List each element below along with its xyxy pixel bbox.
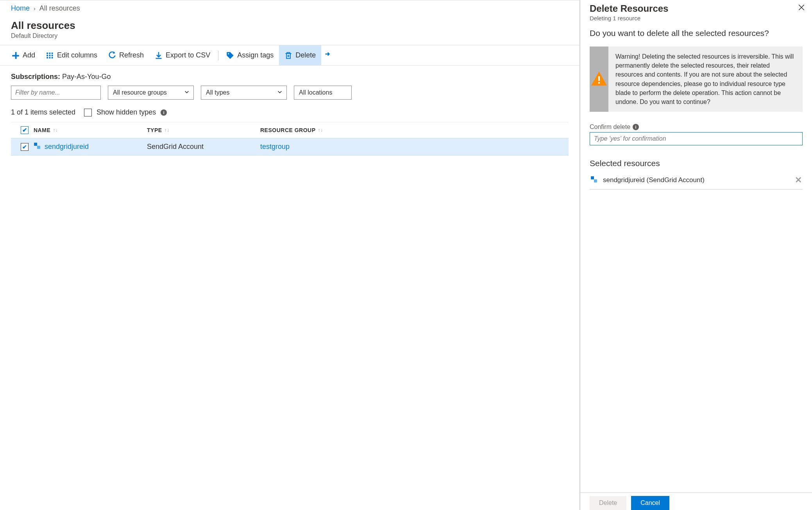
chevron-down-icon bbox=[184, 89, 190, 96]
sort-icon: ↑↓ bbox=[53, 127, 58, 133]
resource-groups-value: All resource groups bbox=[113, 89, 167, 96]
page-title: All resources bbox=[11, 20, 569, 32]
remove-resource-icon[interactable]: ✕ bbox=[795, 175, 802, 185]
close-icon[interactable] bbox=[798, 4, 805, 13]
svg-rect-9 bbox=[52, 55, 53, 56]
tag-icon bbox=[226, 52, 234, 59]
types-value: All types bbox=[206, 89, 229, 96]
column-name[interactable]: NAME↑↓ bbox=[34, 127, 147, 133]
breadcrumb-separator: › bbox=[34, 5, 36, 12]
assign-tags-label: Assign tags bbox=[237, 51, 274, 59]
page-subtitle: Default Directory bbox=[11, 32, 569, 39]
svg-rect-7 bbox=[49, 57, 51, 58]
breadcrumb-current: All resources bbox=[39, 4, 80, 13]
svg-rect-4 bbox=[47, 57, 48, 58]
svg-rect-6 bbox=[49, 55, 51, 56]
assign-tags-button[interactable]: Assign tags bbox=[221, 45, 279, 65]
confirm-input[interactable] bbox=[590, 132, 803, 145]
locations-value: All locations bbox=[299, 89, 332, 96]
locations-select[interactable]: All locations bbox=[294, 86, 352, 100]
edit-columns-button[interactable]: Edit columns bbox=[41, 45, 103, 65]
confirm-delete-label: Confirm delete i bbox=[590, 123, 803, 131]
export-csv-label: Export to CSV bbox=[166, 51, 210, 59]
svg-rect-1 bbox=[12, 55, 19, 56]
confirm-question: Do you want to delete all the selected r… bbox=[590, 29, 803, 38]
export-csv-button[interactable]: Export to CSV bbox=[149, 45, 216, 65]
resource-icon bbox=[590, 176, 597, 185]
columns-icon bbox=[46, 52, 54, 59]
resources-table: NAME↑↓ TYPE↑↓ RESOURCE GROUP↑↓ sendgridj… bbox=[11, 122, 569, 156]
refresh-button[interactable]: Refresh bbox=[103, 45, 149, 65]
svg-rect-16 bbox=[591, 176, 594, 179]
resource-type: SendGrid Account bbox=[147, 143, 260, 151]
resource-group-link[interactable]: testgroup bbox=[260, 143, 564, 151]
chevron-down-icon bbox=[277, 89, 283, 96]
subscriptions-label: Subscriptions: bbox=[11, 73, 60, 81]
breadcrumb-home[interactable]: Home bbox=[11, 4, 30, 13]
svg-rect-8 bbox=[52, 52, 53, 54]
table-header: NAME↑↓ TYPE↑↓ RESOURCE GROUP↑↓ bbox=[11, 122, 569, 138]
subscriptions-line: Subscriptions: Pay-As-You-Go bbox=[11, 73, 569, 81]
refresh-label: Refresh bbox=[119, 51, 144, 59]
selected-resources-title: Selected resources bbox=[590, 159, 803, 168]
filter-name-input[interactable] bbox=[11, 86, 101, 100]
edit-columns-label: Edit columns bbox=[57, 51, 97, 59]
warning-box: Warning! Deleting the selected resources… bbox=[590, 47, 803, 112]
row-checkbox[interactable] bbox=[21, 143, 29, 151]
toolbar-separator bbox=[218, 50, 218, 61]
trash-icon bbox=[284, 52, 292, 59]
more-button[interactable] bbox=[321, 45, 335, 65]
download-icon bbox=[155, 52, 163, 59]
add-button[interactable]: Add bbox=[6, 45, 41, 65]
info-icon[interactable]: i bbox=[633, 124, 639, 130]
selected-resource-item: sendgridjureid (SendGrid Account) ✕ bbox=[590, 171, 803, 190]
svg-rect-3 bbox=[47, 55, 48, 56]
delete-button[interactable]: Delete bbox=[279, 45, 321, 65]
svg-rect-12 bbox=[34, 143, 37, 146]
show-hidden-checkbox[interactable] bbox=[84, 109, 92, 116]
delete-label: Delete bbox=[295, 51, 316, 59]
warning-icon bbox=[590, 47, 608, 112]
subscriptions-value: Pay-As-You-Go bbox=[62, 73, 111, 81]
svg-rect-13 bbox=[37, 146, 40, 149]
svg-point-11 bbox=[228, 53, 229, 54]
svg-rect-17 bbox=[594, 179, 597, 183]
resource-icon bbox=[34, 142, 41, 151]
column-resource-group[interactable]: RESOURCE GROUP↑↓ bbox=[260, 127, 564, 133]
svg-rect-2 bbox=[47, 52, 48, 54]
plus-icon bbox=[12, 52, 20, 59]
sort-icon: ↑↓ bbox=[318, 127, 323, 133]
breadcrumb: Home › All resources bbox=[0, 0, 579, 16]
selected-resource-name: sendgridjureid (SendGrid Account) bbox=[603, 176, 705, 184]
show-hidden-label: Show hidden types bbox=[97, 108, 156, 116]
delete-panel: Delete Resources Deleting 1 resource Do … bbox=[579, 0, 812, 510]
resource-name[interactable]: sendgridjureid bbox=[45, 143, 89, 151]
panel-cancel-button[interactable]: Cancel bbox=[631, 496, 669, 510]
sort-icon: ↑↓ bbox=[165, 127, 170, 133]
types-select[interactable]: All types bbox=[201, 86, 287, 100]
panel-delete-button[interactable]: Delete bbox=[590, 496, 626, 510]
table-row[interactable]: sendgridjureid SendGrid Account testgrou… bbox=[11, 138, 569, 156]
warning-text: Warning! Deleting the selected resources… bbox=[608, 47, 803, 112]
select-all-checkbox[interactable] bbox=[21, 126, 29, 134]
svg-rect-10 bbox=[52, 57, 53, 58]
info-icon[interactable]: i bbox=[161, 109, 167, 116]
refresh-icon bbox=[108, 52, 116, 59]
swap-icon bbox=[324, 52, 332, 59]
resource-groups-select[interactable]: All resource groups bbox=[108, 86, 194, 100]
column-type[interactable]: TYPE↑↓ bbox=[147, 127, 260, 133]
add-label: Add bbox=[23, 51, 35, 59]
svg-rect-15 bbox=[598, 82, 600, 84]
svg-rect-5 bbox=[49, 52, 51, 54]
toolbar: Add Edit columns Refresh Export to CSV A… bbox=[0, 45, 579, 66]
panel-title: Delete Resources bbox=[590, 3, 803, 14]
panel-subtitle: Deleting 1 resource bbox=[590, 15, 803, 21]
selected-count: 1 of 1 items selected bbox=[11, 108, 75, 116]
svg-rect-14 bbox=[598, 76, 600, 81]
